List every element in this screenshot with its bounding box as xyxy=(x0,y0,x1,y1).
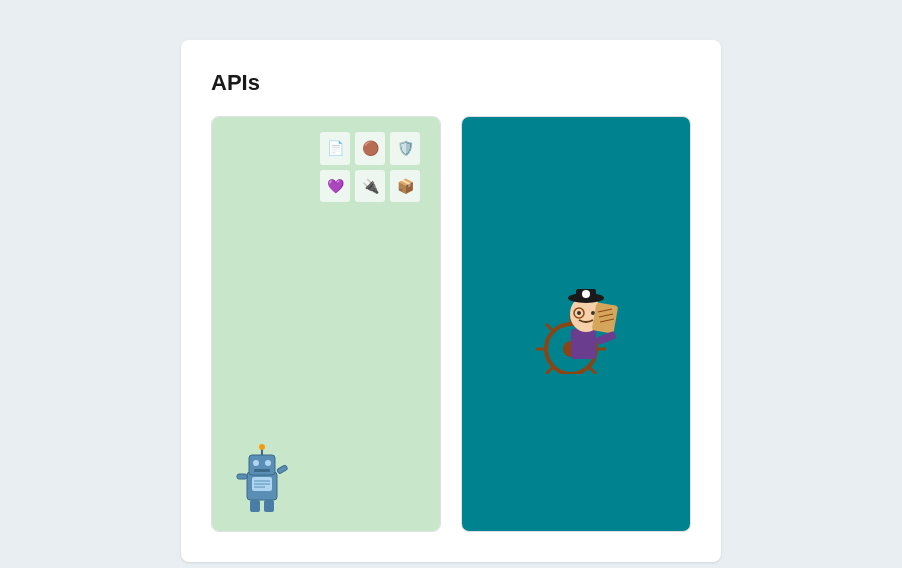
rest-api-body: REST API endpoint This Yoast SEO REST AP… xyxy=(212,531,440,532)
grid-item-5: 🔌 xyxy=(355,170,385,203)
main-container: APIs 📄 🟤 🛡️ 💜 🔌 📦 xyxy=(181,40,721,562)
robot-icon xyxy=(227,437,297,527)
page-wrapper: APIs 📄 🟤 🛡️ 💜 🔌 📦 xyxy=(0,20,902,568)
svg-rect-37 xyxy=(595,331,617,345)
xml-sitemaps-image xyxy=(462,117,690,531)
grid-item-4: 💜 xyxy=(320,170,350,203)
rest-api-card: 📄 🟤 🛡️ 💜 🔌 📦 xyxy=(211,116,441,532)
grid-bg: 📄 🟤 🛡️ 💜 🔌 📦 xyxy=(310,122,430,212)
svg-line-24 xyxy=(546,367,553,374)
xml-sitemaps-card: XML sitemaps Enable the Yoast SEO XML si… xyxy=(461,116,691,532)
svg-point-32 xyxy=(591,311,595,315)
pirate-icon xyxy=(516,274,636,374)
cards-row: 📄 🟤 🛡️ 💜 🔌 📦 xyxy=(211,116,691,532)
svg-rect-10 xyxy=(264,500,274,512)
svg-line-21 xyxy=(546,324,553,331)
rest-api-image: 📄 🟤 🛡️ 💜 🔌 📦 xyxy=(212,117,440,531)
xml-sitemaps-body: XML sitemaps Enable the Yoast SEO XML si… xyxy=(462,531,690,532)
svg-point-3 xyxy=(265,460,271,466)
svg-rect-25 xyxy=(571,329,596,359)
svg-point-31 xyxy=(577,311,581,315)
grid-item-6: 📦 xyxy=(390,170,420,203)
svg-point-6 xyxy=(259,444,265,450)
robot-character xyxy=(227,437,297,531)
svg-rect-7 xyxy=(237,474,247,479)
svg-point-2 xyxy=(253,460,259,466)
svg-line-22 xyxy=(589,367,596,374)
svg-rect-4 xyxy=(254,469,270,472)
svg-rect-9 xyxy=(250,500,260,512)
page-title: APIs xyxy=(211,70,691,96)
grid-item-2: 🟤 xyxy=(355,132,385,165)
svg-point-29 xyxy=(582,290,590,298)
grid-item-3: 🛡️ xyxy=(390,132,420,165)
grid-item-1: 📄 xyxy=(320,132,350,165)
svg-rect-8 xyxy=(277,465,288,474)
